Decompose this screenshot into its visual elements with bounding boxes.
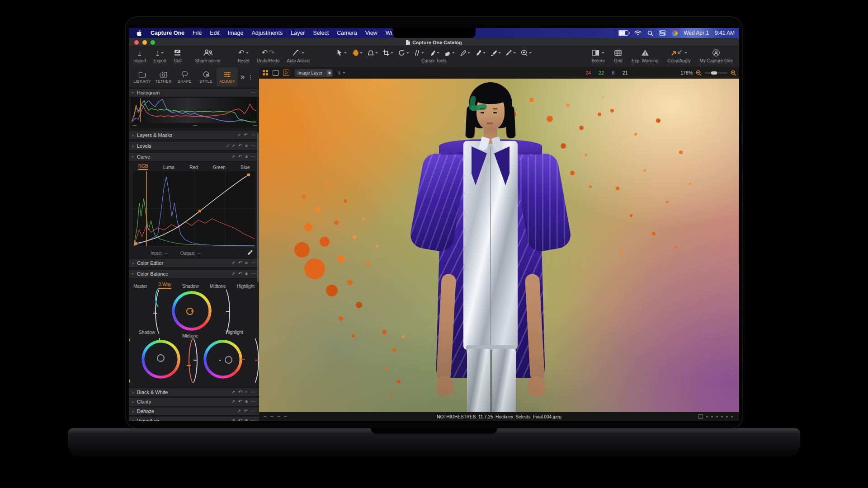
- grid-button[interactable]: Grid: [614, 49, 623, 63]
- more-icon[interactable]: ⋯: [251, 155, 255, 159]
- reset-adjustments-icon[interactable]: ↶: [238, 272, 242, 276]
- tab-shape[interactable]: SHAPE: [174, 70, 195, 84]
- more-icon[interactable]: ⋯: [251, 144, 255, 148]
- reset-adjustments-icon[interactable]: ↶: [238, 390, 242, 394]
- more-icon[interactable]: ⋯: [251, 409, 255, 413]
- brush-tool-button[interactable]: [428, 49, 440, 56]
- menu-item-layer[interactable]: Layer: [287, 30, 309, 36]
- kebab-menu-icon[interactable]: ⋮: [247, 74, 253, 80]
- preset-menu-icon[interactable]: ≡: [245, 272, 248, 276]
- dehaze-header[interactable]: › Dehaze ↗ ↶ ⋯: [129, 407, 259, 416]
- pen-tool-button[interactable]: [505, 49, 517, 56]
- crop-tool-button[interactable]: [382, 49, 394, 56]
- panel-scrollbar[interactable]: [257, 133, 259, 282]
- shadow-saturation-arc[interactable]: [129, 334, 142, 387]
- copy-apply-button[interactable]: Copy/Apply: [667, 49, 690, 63]
- copy-adjustments-icon[interactable]: ↗: [231, 390, 235, 394]
- black-white-header[interactable]: › Black & White ↗ ↶ ≡ ⋯: [129, 388, 259, 397]
- highlight-luminosity-arc[interactable]: [244, 334, 259, 387]
- copy-adjustments-icon[interactable]: ↗: [231, 399, 235, 404]
- zoom-slider[interactable]: [705, 72, 727, 74]
- before-button[interactable]: Before: [591, 49, 604, 63]
- single-view-icon[interactable]: [273, 70, 278, 76]
- curve-header[interactable]: › Curve ↗ ↶ ≡ ⋯: [129, 152, 259, 161]
- zoom-out-icon[interactable]: [696, 70, 702, 76]
- curve-graph[interactable]: [132, 171, 256, 247]
- tab-adjust[interactable]: ADJUST: [217, 67, 238, 86]
- tab-style[interactable]: STYLE: [195, 70, 217, 84]
- pen-slash-icon[interactable]: ∕: [227, 144, 229, 148]
- tab-library[interactable]: LIBRARY: [132, 70, 153, 84]
- zoom-level[interactable]: 176%: [680, 70, 693, 75]
- eraser-tool-button[interactable]: [443, 49, 456, 56]
- zoom-slider-thumb[interactable]: [711, 71, 717, 75]
- rating-dashes[interactable]: [264, 416, 287, 417]
- zoom-button[interactable]: [151, 40, 155, 45]
- more-icon[interactable]: ⋯: [251, 133, 255, 137]
- hand-tool-button[interactable]: [351, 49, 363, 56]
- stepper-icon[interactable]: [327, 70, 332, 76]
- more-icon[interactable]: ⋯: [251, 390, 255, 394]
- expand-icon[interactable]: ›: [129, 389, 137, 395]
- tab-tether[interactable]: TETHER: [153, 70, 174, 84]
- reset-adjustments-icon[interactable]: ↶: [238, 418, 242, 421]
- search-icon[interactable]: [647, 30, 653, 36]
- menu-item-app[interactable]: Capture One: [146, 30, 189, 36]
- highlight-color-wheel[interactable]: [203, 340, 242, 379]
- add-layer-button[interactable]: +: [337, 69, 345, 76]
- copy-adjustments-icon[interactable]: ↗: [231, 261, 235, 265]
- curve-tab-blue[interactable]: Blue: [241, 165, 250, 170]
- preset-menu-icon[interactable]: ≡: [245, 144, 248, 148]
- photo-canvas[interactable]: [259, 79, 739, 412]
- copy-adjustments-icon[interactable]: ↗: [231, 272, 235, 276]
- my-capture-one-button[interactable]: My Capture One: [700, 49, 733, 63]
- color-tag-row[interactable]: [698, 414, 733, 419]
- reset-adjustments-icon[interactable]: ↶: [244, 409, 248, 413]
- control-center-icon[interactable]: [659, 30, 666, 36]
- copy-adjustments-icon[interactable]: ↗: [231, 155, 235, 159]
- collapse-icon[interactable]: ›: [130, 270, 136, 278]
- clarity-header[interactable]: › Clarity ↗ ↶ ≡ ⋯: [129, 397, 259, 406]
- expand-icon[interactable]: ›: [129, 132, 137, 138]
- vignetting-header[interactable]: › Vignetting ↗ ↶ ≡ ⋯: [129, 416, 259, 421]
- battery-icon[interactable]: [618, 30, 628, 36]
- reset-adjustments-icon[interactable]: ↶: [238, 261, 242, 265]
- loupe-tool-button[interactable]: [520, 49, 533, 56]
- wifi-icon[interactable]: [634, 30, 642, 36]
- preset-menu-icon[interactable]: ≡: [245, 399, 248, 404]
- highlight-wheel-handle[interactable]: [225, 356, 232, 364]
- balance-tab-highlight[interactable]: Highlight: [237, 284, 255, 289]
- rotate-tool-button[interactable]: [397, 49, 410, 56]
- export-button[interactable]: ↑ Export: [153, 49, 166, 63]
- tag-square-icon[interactable]: [698, 414, 703, 419]
- cull-button[interactable]: Cull: [174, 49, 181, 63]
- menu-item-image[interactable]: Image: [224, 30, 248, 36]
- menu-item-view[interactable]: View: [361, 30, 382, 36]
- auto-adjust-button[interactable]: Auto Adjust: [287, 49, 310, 63]
- expand-icon[interactable]: ›: [129, 418, 137, 421]
- midtone-wheel-handle[interactable]: [186, 308, 193, 315]
- curve-tab-rgb[interactable]: RGB: [138, 164, 148, 170]
- preset-menu-icon[interactable]: ≡: [245, 155, 248, 159]
- expand-icon[interactable]: ›: [129, 143, 137, 149]
- layer-select[interactable]: Image Layer: [295, 69, 333, 77]
- expand-icon[interactable]: ›: [129, 399, 137, 404]
- marker-tool-button[interactable]: [490, 49, 502, 56]
- curve-tab-red[interactable]: Red: [189, 165, 198, 170]
- zoom-in-icon[interactable]: [731, 70, 736, 76]
- heal-tool-button[interactable]: [459, 49, 471, 56]
- preset-menu-icon[interactable]: ≡: [245, 261, 248, 265]
- expand-icon[interactable]: ›: [129, 260, 137, 266]
- reset-adjustments-icon[interactable]: ↶: [238, 155, 242, 159]
- undo-redo-button[interactable]: ↶↷ Undo/Redo: [257, 49, 280, 63]
- close-button[interactable]: [134, 40, 139, 45]
- shadow-wheel-handle[interactable]: [157, 354, 165, 362]
- chevron-double-icon[interactable]: »: [241, 72, 244, 81]
- menu-item-camera[interactable]: Camera: [333, 30, 361, 36]
- color-editor-header[interactable]: › Color Editor ↗ ↶ ≡ ⋯: [129, 258, 259, 267]
- more-icon[interactable]: ⋯: [251, 418, 255, 421]
- layers-masks-header[interactable]: › Layers & Masks ↗ ↶ ⋯: [129, 131, 259, 140]
- more-icon[interactable]: ⋯: [251, 90, 255, 95]
- expand-icon[interactable]: ›: [129, 408, 137, 414]
- layer-badge-icon[interactable]: [283, 70, 289, 76]
